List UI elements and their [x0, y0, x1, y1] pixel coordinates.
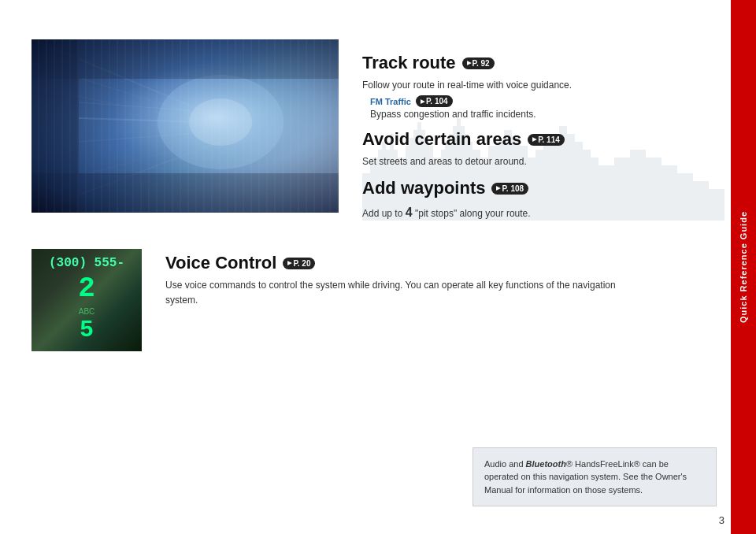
- sidebar-label: Quick Reference Guide: [739, 211, 748, 323]
- svg-line-1: [32, 63, 220, 122]
- phone-image: (300) 555- 2 ABC 5: [32, 249, 142, 351]
- fm-traffic-label[interactable]: FM Traffic: [370, 97, 411, 106]
- svg-line-0: [32, 39, 220, 118]
- voice-control-title: Voice Control: [165, 253, 276, 273]
- voice-control-heading: Voice Control P. 20: [165, 253, 699, 273]
- track-route-section: Track route P. 92 Follow your route in r…: [362, 53, 699, 120]
- tunnel-image: [32, 39, 339, 213]
- add-waypoints-badge[interactable]: P. 108: [491, 183, 528, 195]
- top-section: Track route P. 92 Follow your route in r…: [32, 39, 699, 225]
- track-route-desc: Follow your route in real-time with voic…: [362, 78, 699, 92]
- voice-info: Voice Control P. 20 Use voice commands t…: [165, 249, 699, 308]
- voice-control-desc: Use voice commands to control the system…: [165, 278, 638, 308]
- waypoints-number: 4: [406, 206, 413, 219]
- phone-display-abc: ABC: [79, 307, 95, 316]
- add-waypoints-title: Add waypoints: [362, 178, 485, 198]
- svg-line-10: [79, 102, 189, 110]
- svg-line-3: [32, 142, 220, 213]
- route-info: Track route P. 92 Follow your route in r…: [362, 39, 699, 225]
- avoid-areas-desc: Set streets and areas to detour around.: [362, 154, 699, 169]
- svg-rect-8: [32, 173, 339, 213]
- svg-point-5: [158, 75, 284, 169]
- add-waypoints-section: Add waypoints P. 108 Add up to 4 "pit st…: [362, 178, 699, 222]
- sidebar-tab: Quick Reference Guide: [731, 0, 756, 534]
- avoid-areas-heading: Avoid certain areas P. 114: [362, 129, 699, 150]
- add-waypoints-heading: Add waypoints P. 108: [362, 178, 699, 198]
- add-waypoints-desc-part1: Add up to: [362, 208, 402, 219]
- track-route-heading: Track route P. 92: [362, 53, 699, 73]
- phone-display-2: 2: [78, 272, 95, 306]
- add-waypoints-desc: Add up to 4 "pit stops" along your route…: [362, 203, 699, 222]
- track-route-title: Track route: [362, 53, 456, 73]
- voice-control-badge[interactable]: P. 20: [283, 258, 315, 269]
- info-box-bluetooth: Bluetooth: [526, 459, 566, 469]
- fm-traffic-line: FM Traffic P. 104: [370, 95, 699, 107]
- svg-line-2: [32, 87, 220, 126]
- avoid-areas-title: Avoid certain areas: [362, 129, 521, 150]
- add-waypoints-desc-part2: "pit stops" along your route.: [415, 208, 531, 219]
- phone-display-top: (300) 555-: [49, 256, 124, 271]
- page-number: 3: [719, 514, 724, 526]
- fm-traffic-badge[interactable]: P. 104: [416, 95, 453, 107]
- phone-display-5: 5: [80, 316, 94, 344]
- fm-traffic-desc: Bypass congestion and traffic incidents.: [370, 109, 699, 120]
- svg-line-4: [32, 138, 220, 189]
- track-route-badge[interactable]: P. 92: [462, 57, 495, 69]
- svg-rect-7: [32, 39, 79, 213]
- svg-rect-9: [32, 39, 339, 79]
- avoid-areas-section: Avoid certain areas P. 114 Set streets a…: [362, 129, 699, 169]
- avoid-areas-badge[interactable]: P. 114: [528, 134, 565, 146]
- info-box: Audio and Bluetooth® HandsFreeLink® can …: [472, 447, 717, 507]
- info-box-text-before: Audio and: [484, 459, 526, 469]
- svg-point-6: [189, 98, 252, 146]
- bottom-section: (300) 555- 2 ABC 5 Voice Control P. 20 U…: [32, 249, 699, 351]
- svg-line-11: [79, 134, 189, 142]
- svg-line-12: [79, 118, 205, 122]
